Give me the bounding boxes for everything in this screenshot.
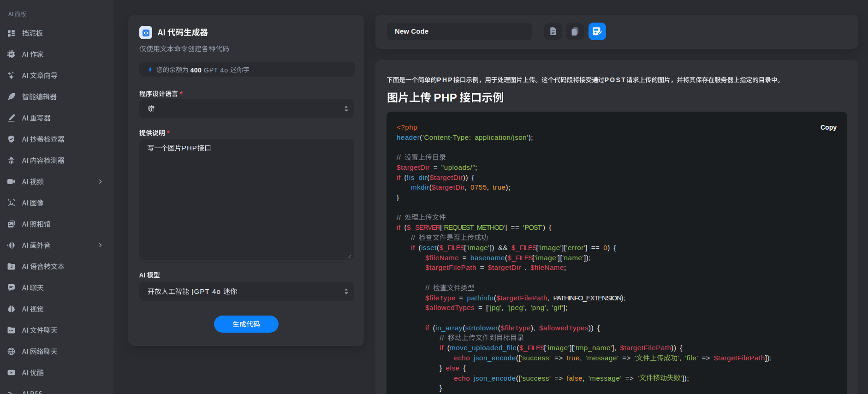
svg-text:AI: AI [10, 53, 13, 56]
